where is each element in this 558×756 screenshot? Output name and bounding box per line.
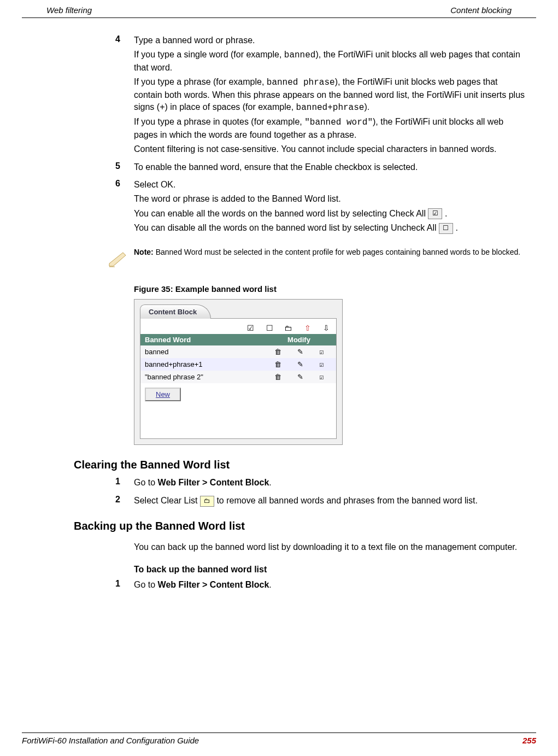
list-header-banned-word: Banned Word	[145, 336, 266, 344]
note-icon	[107, 247, 134, 273]
edit-icon[interactable]: ✎	[297, 360, 303, 368]
delete-icon[interactable]: 🗑	[274, 348, 281, 356]
step-6-line2: The word or phrase is added to the Banne…	[134, 193, 528, 205]
enable-checkbox[interactable]: ☑	[319, 348, 324, 356]
toolbar-upload-icon[interactable]: ⇧	[300, 324, 311, 332]
delete-icon[interactable]: 🗑	[274, 373, 281, 381]
clearing-step-1: Go to Web Filter > Content Block.	[134, 477, 528, 489]
header-left: Web filtering	[46, 5, 92, 15]
step-4-line1: Type a banned word or phrase.	[134, 34, 528, 46]
toolbar-check-all-icon[interactable]: ☑	[243, 324, 254, 332]
section-clearing-title: Clearing the Banned Word list	[74, 459, 533, 471]
list-cell-word: banned+phrase+1	[145, 360, 266, 368]
toolbar-clear-list-icon[interactable]: 🗀	[281, 324, 292, 332]
page-number: 255	[522, 736, 536, 745]
uncheck-all-icon: ☐	[439, 223, 453, 234]
step-6-number: 6	[25, 179, 134, 237]
list-cell-word: banned	[145, 348, 266, 356]
check-all-icon: ☑	[428, 208, 442, 219]
toolbar-download-icon[interactable]: ⇩	[319, 324, 330, 332]
header-right: Content blocking	[450, 5, 512, 15]
toolbar-uncheck-all-icon[interactable]: ☐	[262, 324, 273, 332]
note-text: Note: Banned Word must be selected in th…	[134, 247, 520, 258]
enable-checkbox[interactable]: ☑	[319, 360, 324, 368]
footer-text: FortiWiFi-60 Installation and Configurat…	[22, 736, 199, 745]
step-5-number: 5	[25, 161, 134, 175]
screenshot-content-block: Content Block ☑ ☐ 🗀 ⇧ ⇩ Banned Word Modi…	[134, 299, 343, 445]
backup-step-1: Go to Web Filter > Content Block.	[134, 579, 528, 591]
list-header-modify: Modify	[266, 336, 332, 344]
edit-icon[interactable]: ✎	[297, 348, 303, 356]
backup-subhead: To back up the banned word list	[134, 565, 533, 575]
step-5-line1: To enable the banned word, ensure that t…	[134, 161, 528, 173]
tab-content-block[interactable]: Content Block	[140, 304, 211, 319]
list-cell-word: "banned phrase 2"	[145, 373, 266, 381]
list-row: "banned phrase 2" 🗑 ✎ ☑	[140, 371, 336, 383]
enable-checkbox[interactable]: ☑	[319, 373, 324, 381]
section-backup-title: Backing up the Banned Word list	[74, 520, 533, 532]
clearing-step-2-num: 2	[25, 495, 134, 509]
step-4-number: 4	[25, 34, 134, 158]
step-4-line4: If you type a phrase in quotes (for exam…	[134, 116, 528, 141]
clearing-step-1-num: 1	[25, 477, 134, 491]
step-6-line3: You can enable all the words on the bann…	[134, 208, 528, 220]
step-4-line5: Content filtering is not case-sensitive.…	[134, 143, 528, 155]
step-4-line2: If you type a single word (for example, …	[134, 49, 528, 74]
step-6-line4: You can disable all the words on the ban…	[134, 222, 528, 234]
clearing-step-2: Select Clear List 🗀 to remove all banned…	[134, 495, 528, 507]
edit-icon[interactable]: ✎	[297, 373, 303, 381]
list-row: banned 🗑 ✎ ☑	[140, 345, 336, 358]
delete-icon[interactable]: 🗑	[274, 360, 281, 368]
new-button[interactable]: New	[145, 388, 181, 401]
backup-step-1-num: 1	[25, 579, 134, 593]
clear-list-icon: 🗀	[200, 496, 214, 507]
figure-caption: Figure 35: Example banned word list	[134, 284, 533, 294]
backup-intro: You can back up the banned word list by …	[134, 541, 533, 553]
list-row: banned+phrase+1 🗑 ✎ ☑	[140, 358, 336, 371]
step-4-line3: If you type a phrase (for example, banne…	[134, 76, 528, 114]
step-6-line1: Select OK.	[134, 179, 528, 191]
